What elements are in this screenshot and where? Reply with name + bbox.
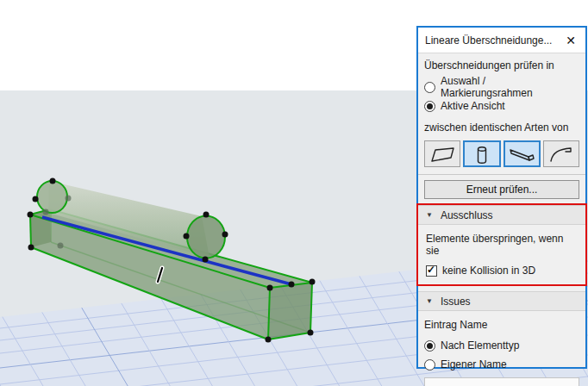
entry-name-label: Eintrag Name xyxy=(424,319,579,331)
exclusion-section-header[interactable]: ▼ Ausschluss xyxy=(418,205,585,225)
dialog-title-bar[interactable]: Lineare Überschneidunge... ✕ xyxy=(418,28,585,53)
radio-custom-name[interactable] xyxy=(424,359,435,370)
radio-selection-frame-label: Auswahl / Markierungsrahmen xyxy=(441,75,579,99)
collision-check-dialog: Lineare Überschneidunge... ✕ Überschneid… xyxy=(416,26,587,369)
radio-selection-frame[interactable] xyxy=(424,82,435,93)
check-in-label: Überschneidungen prüfen in xyxy=(424,59,579,72)
radio-active-view[interactable] xyxy=(424,101,435,112)
beam-type-button[interactable] xyxy=(504,140,541,167)
radio-custom-name-label: Eigener Name xyxy=(441,358,507,370)
cylinder-right-cap[interactable] xyxy=(187,216,225,258)
beam-icon xyxy=(507,144,536,165)
wall-icon xyxy=(428,144,457,165)
no-collision-option[interactable]: ✓ keine Kollision in 3D xyxy=(426,265,578,277)
check-icon: ✓ xyxy=(427,264,435,276)
column-type-button[interactable] xyxy=(463,140,501,167)
exclusion-header-label: Ausschluss xyxy=(441,209,493,221)
separator xyxy=(418,174,585,175)
cylinder-left-cap[interactable] xyxy=(37,181,67,213)
radio-active-view-label: Aktive Ansicht xyxy=(441,100,505,112)
column-icon xyxy=(467,144,497,165)
element-type-buttons xyxy=(424,140,579,167)
shell-icon xyxy=(547,144,576,165)
chevron-down-icon: ▼ xyxy=(426,211,433,219)
dialog-title: Lineare Überschneidunge... xyxy=(425,34,563,47)
close-icon[interactable]: ✕ xyxy=(563,33,579,48)
scope-option-selection[interactable]: Auswahl / Markierungsrahmen xyxy=(424,78,579,96)
between-types-label: zwischen identischen Arten von xyxy=(424,121,579,134)
chevron-down-icon: ▼ xyxy=(426,297,433,305)
issues-section-header[interactable]: ▼ Issues xyxy=(418,291,585,311)
recheck-button[interactable]: Erneut prüfen... xyxy=(424,180,579,199)
no-collision-label: keine Kollision in 3D xyxy=(442,265,535,277)
name-option-custom[interactable]: Eigener Name xyxy=(424,356,579,373)
wall-type-button[interactable] xyxy=(424,140,460,167)
no-collision-checkbox[interactable]: ✓ xyxy=(426,265,437,277)
beam-end-face[interactable] xyxy=(268,283,312,339)
custom-name-input[interactable] xyxy=(424,377,579,386)
radio-by-element-type-label: Nach Elementtyp xyxy=(441,339,519,352)
shell-type-button[interactable] xyxy=(543,140,579,167)
name-option-by-element-type[interactable]: Nach Elementtyp xyxy=(424,337,579,354)
exclusion-highlight-box: ▼ Ausschluss Elemente überspringen, wenn… xyxy=(416,203,587,286)
exclusion-hint: Elemente überspringen, wenn sie xyxy=(426,233,578,257)
scope-option-active-view[interactable]: Aktive Ansicht xyxy=(424,97,579,115)
radio-by-element-type[interactable] xyxy=(424,340,435,352)
issues-header-label: Issues xyxy=(441,296,471,308)
